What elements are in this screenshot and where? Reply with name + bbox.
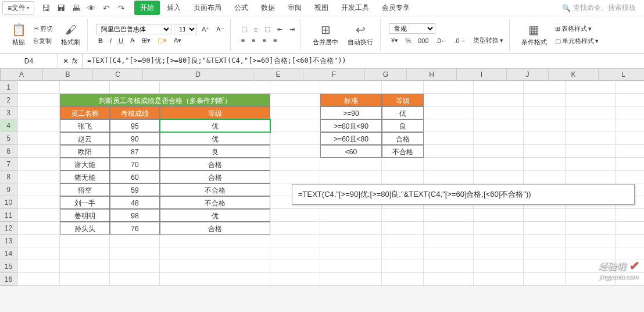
cell[interactable] [524,260,566,273]
cell[interactable] [474,222,524,235]
row-header-1[interactable]: 1 [0,81,17,94]
col-header-F[interactable]: F [303,69,365,80]
cell[interactable] [424,260,474,273]
cell[interactable] [424,273,474,286]
cell[interactable] [320,81,382,94]
cell[interactable]: 70 [110,158,160,171]
cell[interactable] [474,158,524,171]
row-header-4[interactable]: 4 [0,119,17,132]
tab-start[interactable]: 开始 [134,1,160,15]
name-box[interactable]: D4 [0,54,58,68]
cell[interactable] [320,222,382,235]
cell[interactable] [474,81,524,94]
cell[interactable] [17,132,60,145]
tab-data[interactable]: 数据 [255,1,281,15]
cell[interactable] [524,209,566,222]
cell[interactable]: 标准 [320,94,382,107]
cell[interactable] [566,171,616,183]
cell[interactable] [616,171,644,183]
cell[interactable] [17,222,60,235]
cell[interactable]: 60 [110,171,160,183]
cell[interactable]: <60 [320,145,382,158]
cell[interactable] [160,260,270,273]
cell[interactable]: 合格 [160,222,270,235]
align-top[interactable]: ⬚ [239,24,249,34]
comma-button[interactable]: 000 [416,36,431,45]
type-convert-button[interactable]: 类型转换▾ [471,35,506,46]
cell[interactable] [382,81,424,94]
wrap-button[interactable]: ↩ 自动换行 [344,22,377,48]
cell[interactable] [616,222,644,235]
cell[interactable] [424,209,474,222]
cell[interactable]: 87 [110,145,160,158]
copy-button[interactable]: ⎘复制 [31,36,55,47]
cell[interactable] [270,158,320,171]
cell[interactable] [524,235,566,247]
indent-inc[interactable]: ⇥ [287,24,297,34]
cut-button[interactable]: ✂剪切 [31,23,55,34]
cell[interactable] [524,132,566,145]
row-header-8[interactable]: 8 [0,171,17,183]
fx-icon[interactable]: fx [72,57,77,65]
cell[interactable] [616,235,644,247]
cell[interactable] [382,260,424,273]
col-header-E[interactable]: E [253,69,303,80]
percent-button[interactable]: % [403,36,413,45]
cell[interactable]: 优 [160,209,270,222]
cell[interactable] [60,260,110,273]
cell[interactable] [524,158,566,171]
cell[interactable]: 优 [382,107,424,119]
align-center[interactable]: ≡ [249,36,257,45]
cell[interactable] [320,209,382,222]
save-as-icon[interactable]: 🖬 [56,3,66,13]
row-header-3[interactable]: 3 [0,107,17,119]
cell[interactable] [616,145,644,158]
cell[interactable] [474,171,524,183]
cell[interactable] [616,81,644,94]
cell[interactable] [524,171,566,183]
cell[interactable] [524,107,566,119]
cell[interactable] [17,145,60,158]
row-header-6[interactable]: 6 [0,145,17,158]
cell[interactable] [110,273,160,286]
row-header-12[interactable]: 12 [0,222,17,235]
cell[interactable] [60,235,110,247]
row-header-14[interactable]: 14 [0,247,17,260]
cell[interactable] [320,247,382,260]
cell[interactable]: 合格 [382,132,424,145]
cell[interactable] [320,235,382,247]
cell[interactable] [110,260,160,273]
cell[interactable] [17,247,60,260]
cell[interactable] [474,209,524,222]
cell[interactable] [320,260,382,273]
cell[interactable]: >=80且<90 [320,119,382,132]
fill-color-button[interactable]: ▢▾ [155,36,169,45]
number-format-select[interactable]: 常规 [389,23,435,34]
cell[interactable] [160,81,270,94]
cell[interactable] [382,273,424,286]
print-icon[interactable]: 🖶 [71,3,81,13]
cell[interactable]: 优 [160,119,270,132]
cell[interactable] [524,222,566,235]
cell[interactable]: 合格 [160,158,270,171]
cell[interactable] [160,247,270,260]
cell[interactable] [270,119,320,132]
cell[interactable] [17,196,60,209]
preview-icon[interactable]: 👁 [87,3,96,13]
redo-icon[interactable]: ↷ [117,3,126,13]
cell[interactable] [382,158,424,171]
cell[interactable] [566,145,616,158]
cell[interactable] [382,247,424,260]
cell[interactable] [270,132,320,145]
cell[interactable] [160,235,270,247]
cell[interactable]: 良 [160,145,270,158]
cell[interactable] [524,119,566,132]
cell[interactable]: 良 [382,119,424,132]
cell[interactable] [160,273,270,286]
row-header-10[interactable]: 10 [0,196,17,209]
align-middle[interactable]: ≡ [252,25,260,34]
cell[interactable] [424,235,474,247]
bold-button[interactable]: B [96,36,105,45]
cell[interactable] [17,107,60,119]
cell[interactable] [320,273,382,286]
